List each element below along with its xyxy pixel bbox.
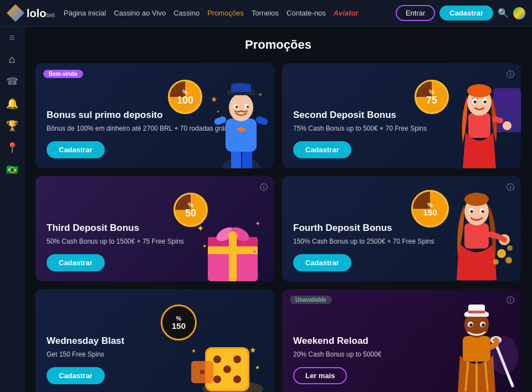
svg-point-87 bbox=[490, 336, 518, 375]
sidebar-trophy-icon[interactable]: 🏆 bbox=[6, 120, 18, 132]
svg-point-57 bbox=[507, 245, 513, 251]
first-deposit-cadastrar-button[interactable]: Cadastrar bbox=[47, 141, 105, 158]
nav-cassino-ao-vivo[interactable]: Cassino ao Vivo bbox=[114, 9, 166, 17]
svg-point-5 bbox=[229, 94, 253, 121]
sidebar-support-icon[interactable]: ☎ bbox=[6, 75, 18, 87]
promo-grid: Bem-vindo Bonus sul primo deposito Bônus… bbox=[35, 63, 521, 392]
svg-point-55 bbox=[505, 257, 512, 264]
svg-rect-80 bbox=[468, 311, 485, 313]
main-content: Promoções Bem-vindo Bonus sul primo depo… bbox=[24, 27, 532, 392]
top-nav: lolobet Página inicial Cassino ao Vivo C… bbox=[0, 0, 532, 27]
svg-point-50 bbox=[470, 210, 473, 213]
nav-contate-nos[interactable]: Contate-nos bbox=[287, 9, 326, 17]
nav-right: Entrar Cadastrar 🔍 bbox=[396, 5, 525, 21]
logo[interactable]: lolobet bbox=[7, 4, 55, 22]
promo-card-fourth-deposit: ⓘ Fourth Deposit Bonus 150% Cash Bonus u… bbox=[282, 176, 521, 281]
sidebar: ≡ ⌂ ☎ 🔔 🏆 📍 🇧🇷 bbox=[0, 27, 24, 392]
wednesday-blast-coin-badge: % 150 bbox=[161, 305, 197, 341]
promo-card-first-deposit: Bem-vindo Bonus sul primo deposito Bônus… bbox=[35, 63, 274, 168]
svg-point-27 bbox=[484, 101, 487, 104]
nav-torneios[interactable]: Torneios bbox=[252, 9, 279, 17]
welcome-badge: Bem-vindo bbox=[43, 70, 83, 78]
second-deposit-coin-badge: % 75 bbox=[415, 80, 449, 114]
svg-point-54 bbox=[497, 249, 506, 258]
svg-point-23 bbox=[467, 84, 492, 97]
character-woman2 bbox=[443, 187, 521, 281]
svg-point-61 bbox=[213, 355, 221, 363]
sidebar-brazil-icon[interactable]: 🇧🇷 bbox=[6, 164, 18, 176]
svg-rect-21 bbox=[468, 113, 490, 138]
second-deposit-cadastrar-button[interactable]: Cadastrar bbox=[293, 141, 351, 158]
character-dice: ★ ★ ★ bbox=[188, 303, 272, 392]
svg-point-56 bbox=[493, 259, 499, 265]
sidebar-location-icon[interactable]: 📍 bbox=[6, 142, 18, 154]
sidebar-home-icon[interactable]: ⌂ bbox=[9, 54, 15, 65]
svg-rect-45 bbox=[464, 223, 489, 249]
promo-card-weekend-reload: Unavailable ⓘ Weekend Reload 20% Cash Bo… bbox=[282, 289, 521, 392]
svg-point-64 bbox=[213, 375, 221, 383]
svg-point-84 bbox=[482, 323, 485, 327]
svg-point-62 bbox=[233, 355, 241, 363]
svg-point-39 bbox=[228, 231, 237, 240]
svg-text:✦: ✦ bbox=[202, 243, 207, 249]
character-gift: ✦ ✦ ✦ ✦ bbox=[197, 193, 269, 281]
svg-text:✦: ✦ bbox=[255, 220, 260, 228]
svg-point-32 bbox=[503, 121, 511, 130]
svg-point-65 bbox=[233, 375, 241, 383]
character-carnival bbox=[441, 300, 521, 392]
language-flag[interactable] bbox=[513, 7, 525, 19]
promo-card-wednesday-blast: Wednesday Blast Get 150 Free Spins Cadas… bbox=[35, 289, 274, 392]
logo-icon bbox=[7, 4, 24, 22]
svg-point-51 bbox=[482, 210, 484, 213]
nav-cassino[interactable]: Cassino bbox=[173, 9, 200, 17]
svg-text:★: ★ bbox=[249, 345, 257, 354]
fourth-deposit-cadastrar-button[interactable]: Cadastrar bbox=[293, 254, 351, 271]
svg-point-8 bbox=[231, 83, 251, 87]
fourth-deposit-coin-badge: % 150 bbox=[411, 190, 449, 228]
unavailable-badge: Unavailable bbox=[290, 296, 332, 304]
third-deposit-cadastrar-button[interactable]: Cadastrar bbox=[47, 254, 105, 271]
page-title: Promoções bbox=[35, 38, 521, 52]
svg-text:★: ★ bbox=[211, 95, 218, 104]
svg-rect-13 bbox=[213, 115, 227, 126]
nav-promocoes[interactable]: Promoções bbox=[207, 9, 244, 17]
svg-text:★: ★ bbox=[216, 109, 220, 114]
svg-point-26 bbox=[474, 101, 477, 104]
svg-text:★: ★ bbox=[191, 348, 196, 354]
entrar-button[interactable]: Entrar bbox=[396, 5, 435, 21]
weekend-reload-ler-mais-button[interactable]: Ler mais bbox=[293, 367, 347, 384]
third-deposit-coin-badge: % 50 bbox=[173, 193, 208, 227]
wednesday-blast-cadastrar-button[interactable]: Cadastrar bbox=[47, 367, 105, 384]
svg-point-63 bbox=[223, 365, 231, 373]
info-icon-third[interactable]: ⓘ bbox=[260, 183, 268, 193]
nav-pagina-inicial[interactable]: Página inicial bbox=[64, 9, 106, 17]
svg-text:✦: ✦ bbox=[252, 249, 257, 255]
search-icon[interactable]: 🔍 bbox=[498, 8, 509, 18]
svg-text:★: ★ bbox=[255, 364, 260, 370]
svg-rect-75 bbox=[463, 336, 490, 362]
svg-rect-35 bbox=[229, 237, 237, 281]
first-deposit-coin-badge: % 100 bbox=[168, 80, 202, 114]
svg-text:★: ★ bbox=[258, 91, 263, 97]
svg-point-11 bbox=[236, 106, 238, 108]
promo-card-second-deposit: ⓘ Second Deposit Bonus 75% Cash Bonus up… bbox=[282, 63, 521, 168]
svg-point-83 bbox=[469, 323, 473, 327]
promo-card-third-deposit: ⓘ Third Deposit Bonus 50% Cash Bonus up … bbox=[35, 176, 274, 281]
nav-links: Página inicial Cassino ao Vivo Cassino P… bbox=[64, 9, 387, 17]
character-woman1 bbox=[449, 77, 521, 168]
nav-aviator[interactable]: Aviator bbox=[334, 9, 359, 17]
coin-value: 100 bbox=[177, 95, 193, 105]
cadastrar-nav-button[interactable]: Cadastrar bbox=[439, 6, 493, 20]
sidebar-notification-icon[interactable]: 🔔 bbox=[6, 97, 18, 110]
svg-point-67 bbox=[200, 370, 204, 374]
svg-rect-36 bbox=[208, 246, 258, 254]
svg-point-12 bbox=[247, 106, 249, 108]
sidebar-menu-icon[interactable]: ≡ bbox=[9, 32, 15, 44]
character-man: ★ ★ ★ bbox=[208, 80, 274, 168]
svg-rect-14 bbox=[255, 115, 269, 126]
svg-rect-3 bbox=[226, 118, 257, 152]
svg-rect-19 bbox=[496, 91, 518, 102]
layout: ≡ ⌂ ☎ 🔔 🏆 📍 🇧🇷 Promoções Bem-vindo Bonus… bbox=[0, 27, 532, 392]
logo-text: lolobet bbox=[27, 6, 55, 20]
svg-point-47 bbox=[464, 193, 489, 206]
